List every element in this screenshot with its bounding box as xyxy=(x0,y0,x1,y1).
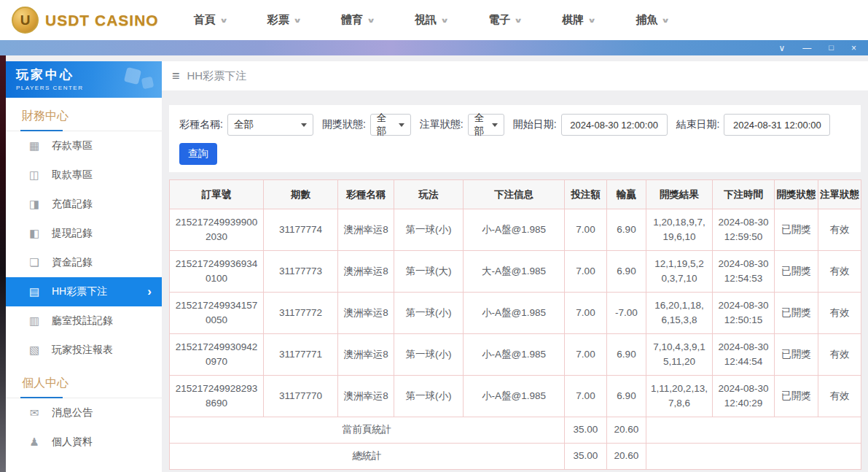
cell-play: 第一球(小) xyxy=(394,376,464,417)
cell-win-loss: 6.90 xyxy=(607,209,646,251)
close-button[interactable]: × xyxy=(851,44,856,53)
nav-item-sports[interactable]: 體育∨ xyxy=(341,13,374,27)
cell-bet-info: 大-A盤@1.985 xyxy=(464,251,565,293)
table-row: 2152172499399002030 31177774 澳洲幸运8 第一球(小… xyxy=(170,209,861,251)
page-title: HH彩票下注 xyxy=(187,69,247,83)
end-date-input[interactable] xyxy=(724,114,830,136)
nav-item-fishing[interactable]: 捕魚∨ xyxy=(636,13,668,27)
select-value: 全部 xyxy=(234,118,254,131)
select-value: 全部 xyxy=(377,112,394,138)
cell-bet-info: 小-A盤@1.985 xyxy=(464,209,565,251)
sidebar-item-player-bet-report[interactable]: ▧ 玩家投注報表 xyxy=(6,336,162,365)
start-date-input[interactable] xyxy=(561,114,668,136)
sidebar-item-label: HH彩票下注 xyxy=(52,285,107,298)
cell-draw-status: 已開獎 xyxy=(775,376,818,417)
sidebar-item-label: 取款專區 xyxy=(52,169,93,182)
lottery-name-select[interactable]: 全部 xyxy=(227,114,313,136)
col-order-status: 注單狀態 xyxy=(818,180,861,209)
sidebar-item-label: 充值記錄 xyxy=(52,198,93,211)
col-time: 下注時間 xyxy=(713,180,775,209)
filter-row: 彩種名稱: 全部 開獎狀態: 全部 注單狀態: 全部 xyxy=(179,114,851,136)
cell-time: 2024-08-30 12:44:54 xyxy=(713,334,775,376)
summary-label: 當前頁統計 xyxy=(170,417,565,444)
nav-item-lottery[interactable]: 彩票∨ xyxy=(267,13,300,27)
draw-status-select[interactable]: 全部 xyxy=(370,114,411,136)
nav-label: 電子 xyxy=(488,13,510,27)
sidebar-item-deposit[interactable]: ▦ 存款專區 xyxy=(6,131,162,160)
logo[interactable]: U USDT CASINO xyxy=(12,7,159,34)
filter-label: 開獎狀態: xyxy=(322,118,366,131)
nav-label: 捕魚 xyxy=(636,13,657,27)
cell-bet-info: 小-A盤@1.985 xyxy=(464,376,565,417)
chevron-down-icon: ∨ xyxy=(293,17,302,24)
main-panel: ≡ HH彩票下注 彩種名稱: 全部 開獎狀態: 全部 xyxy=(162,61,868,472)
chevron-down-icon: ∨ xyxy=(440,17,449,24)
person-icon: ♟ xyxy=(28,436,41,449)
sidebar-item-profile[interactable]: ♟ 個人資料 xyxy=(6,427,162,457)
cell-draw-status: 已開獎 xyxy=(775,334,818,376)
cell-result: 1,20,18,9,7,19,6,10 xyxy=(646,209,713,251)
minimize-button[interactable]: — xyxy=(802,44,811,53)
sidebar-item-label: 提現記錄 xyxy=(52,227,93,240)
nav-item-board-games[interactable]: 棋牌∨ xyxy=(562,13,595,27)
cell-play: 第一球(小) xyxy=(394,209,464,251)
chevron-down-icon: ∨ xyxy=(219,17,228,24)
main-menu: 首頁∨ 彩票∨ 體育∨ 視訊∨ 電子∨ 棋牌∨ 捕魚∨ xyxy=(194,13,669,27)
bets-table: 訂單號 期數 彩種名稱 玩法 下注信息 投注額 輸贏 開獎結果 下注時間 開獎狀… xyxy=(169,179,861,470)
cell-result: 12,1,19,5,20,3,7,10 xyxy=(646,251,713,293)
sidebar-item-label: 個人資料 xyxy=(52,436,93,449)
nav-item-slots[interactable]: 電子∨ xyxy=(488,13,521,27)
maximize-button[interactable]: □ xyxy=(829,44,834,52)
withdraw-icon: ◫ xyxy=(28,169,41,182)
cell-win-loss: -7.00 xyxy=(607,293,646,334)
sidebar-item-hh-lottery-bets[interactable]: ▤ HH彩票下注 › xyxy=(6,277,162,306)
sidebar-item-label: 消息公告 xyxy=(52,406,93,419)
summary-amount: 35.00 xyxy=(565,417,607,444)
table-row: 2152172499341570050 31177772 澳洲幸运8 第一球(小… xyxy=(170,293,861,334)
filter-lottery-name: 彩種名稱: 全部 xyxy=(179,114,313,136)
background-strip xyxy=(0,55,6,472)
sidebar-item-funds-record[interactable]: ❏ 資金記錄 xyxy=(6,248,162,277)
select-value: 全部 xyxy=(474,112,488,138)
sidebar-item-label: 存款專區 xyxy=(52,139,93,152)
summary-win-loss: 20.60 xyxy=(607,444,646,470)
cell-lottery: 澳洲幸运8 xyxy=(338,376,394,417)
order-status-select[interactable]: 全部 xyxy=(468,114,504,136)
filter-label: 彩種名稱: xyxy=(179,118,223,131)
window-menu-button[interactable]: ∨ xyxy=(779,44,786,53)
cell-win-loss: 6.90 xyxy=(607,251,646,293)
cell-order-id: 2152172499369340100 xyxy=(170,251,264,293)
filter-label: 注單狀態: xyxy=(420,118,464,131)
nav-item-home[interactable]: 首頁∨ xyxy=(194,13,227,27)
cell-win-loss: 6.90 xyxy=(607,334,646,376)
cell-result: 16,20,1,18,6,15,3,8 xyxy=(646,293,713,334)
hamburger-icon[interactable]: ≡ xyxy=(172,69,180,84)
table-row: 2152172499309420970 31177771 澳洲幸运8 第一球(小… xyxy=(170,334,861,376)
col-period: 期數 xyxy=(264,180,338,209)
summary-label: 總統計 xyxy=(170,444,565,470)
cell-bet-info: 小-A盤@1.985 xyxy=(464,334,565,376)
usdt-coin-icon: U xyxy=(12,7,39,34)
breadcrumb: ≡ HH彩票下注 xyxy=(162,61,868,90)
chevron-down-icon xyxy=(492,123,498,127)
col-win-loss: 輸贏 xyxy=(607,180,646,209)
sidebar-item-withdrawal-record[interactable]: ◧ 提現記錄 xyxy=(6,219,162,248)
chevron-right-icon: › xyxy=(147,285,152,299)
nav-item-live-video[interactable]: 視訊∨ xyxy=(415,13,447,27)
sidebar-item-room-bet-records[interactable]: ▥ 廳室投註記錄 xyxy=(6,306,162,336)
cell-amount: 7.00 xyxy=(565,293,607,334)
announcement-icon: ✉ xyxy=(28,406,41,419)
sidebar-item-announcements[interactable]: ✉ 消息公告 xyxy=(6,398,162,427)
cell-amount: 7.00 xyxy=(565,334,607,376)
page-summary-row: 當前頁統計 35.00 20.60 xyxy=(170,417,861,444)
filter-panel: 彩種名稱: 全部 開獎狀態: 全部 注單狀態: 全部 xyxy=(169,105,861,172)
sidebar-item-withdraw[interactable]: ◫ 取款專區 xyxy=(6,160,162,190)
filter-draw-status: 開獎狀態: 全部 xyxy=(322,114,411,136)
cell-period: 31177773 xyxy=(264,251,338,293)
sidebar-item-recharge-record[interactable]: ◨ 充值記錄 xyxy=(6,190,162,219)
summary-empty-cell xyxy=(646,417,861,444)
sidebar: 玩家中心 PLAYERS CENTER 財務中心 ▦ 存款專區 ◫ 取款專區 ◨… xyxy=(6,61,162,472)
col-draw-status: 開獎狀態 xyxy=(775,180,818,209)
query-button[interactable]: 查詢 xyxy=(179,143,217,165)
logo-text: USDT CASINO xyxy=(45,12,159,29)
